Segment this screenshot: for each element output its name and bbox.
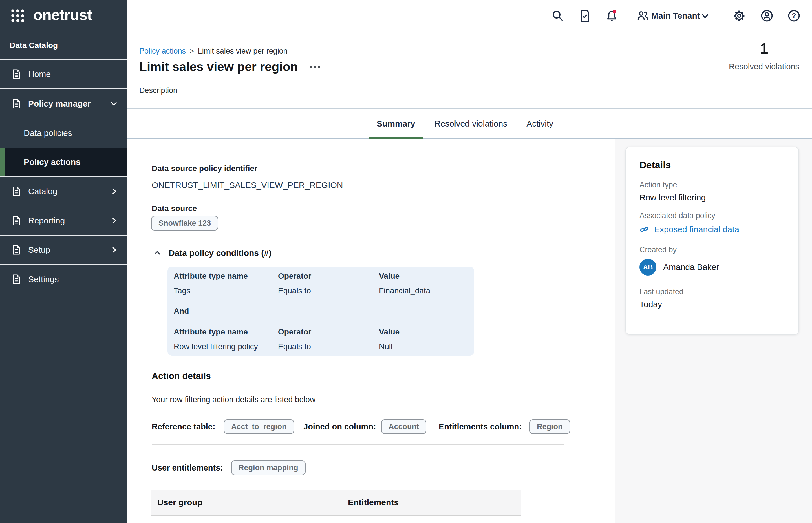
brand-wordmark: onetrust	[33, 7, 92, 24]
document-icon	[11, 245, 21, 255]
conditions-heading: Data policy conditions (#)	[169, 248, 271, 258]
summary-content: Data source policy identifier ONETRUST_L…	[127, 139, 615, 523]
entitlements-column-label: Entitlements column:	[439, 419, 522, 434]
document-icon	[11, 69, 21, 79]
sidebar-item-label: Data policies	[24, 128, 72, 138]
tab-resolved-violations[interactable]: Resolved violations	[427, 109, 514, 139]
breadcrumb-link-policy-actions[interactable]: Policy actions	[139, 47, 186, 55]
app-grid-icon	[11, 9, 25, 23]
condition-value: Financial_data	[379, 286, 474, 296]
chevron-up-icon	[152, 248, 162, 258]
app-window: onetrust Data Catalog Home Policy manage…	[0, 0, 812, 523]
user-entitlements-label: User entitlements:	[152, 461, 223, 475]
entitlements-column-chip: Region	[529, 419, 570, 434]
document-icon	[11, 186, 21, 197]
sidebar-item-settings[interactable]: Settings	[0, 265, 127, 294]
condition-row: Attribute type nameRow level filtering p…	[167, 322, 474, 356]
sidebar: onetrust Data Catalog Home Policy manage…	[0, 0, 127, 523]
document-check-icon[interactable]	[578, 9, 592, 22]
sidebar-item-label: Catalog	[28, 186, 57, 196]
condition-attribute: Tags	[174, 286, 278, 296]
action-details-subtext: Your row filtering action details are li…	[152, 395, 316, 404]
document-icon	[11, 215, 21, 226]
divider	[152, 444, 564, 445]
document-icon	[11, 98, 21, 109]
condition-col-header: Attribute type name	[174, 327, 278, 337]
avatar: AB	[639, 259, 656, 275]
last-updated-value: Today	[639, 300, 785, 309]
condition-col-header: Value	[379, 271, 474, 281]
sidebar-item-label: Reporting	[28, 216, 65, 226]
data-source-chip: Snowflake 123	[151, 216, 218, 231]
condition-operator: Equals to	[278, 342, 379, 352]
condition-row: Attribute type nameTags OperatorEquals t…	[167, 267, 474, 300]
sidebar-item-label: Setup	[28, 245, 50, 255]
product-name: Data Catalog	[0, 32, 127, 60]
user-entitlements-chip: Region mapping	[231, 461, 306, 475]
details-heading: Details	[639, 160, 785, 170]
chevron-down-icon[interactable]	[701, 12, 709, 20]
notification-badge	[613, 10, 616, 13]
sidebar-item-setup[interactable]: Setup	[0, 236, 127, 265]
reference-table-chip: Acct_to_region	[224, 419, 294, 434]
condition-col-header: Attribute type name	[174, 271, 278, 281]
condition-col-header: Operator	[278, 327, 379, 337]
tenant-selector[interactable]: Main Tenant	[651, 0, 700, 32]
associated-policy-link-text: Exposed financial data	[654, 224, 739, 234]
sidebar-item-label: Home	[28, 69, 51, 79]
breadcrumb-separator: >	[190, 47, 194, 55]
tab-activity[interactable]: Activity	[519, 109, 561, 139]
created-by-label: Created by	[639, 246, 785, 254]
tenant-users-icon[interactable]	[636, 9, 650, 22]
condition-value: Null	[379, 342, 474, 352]
page-title: Limit sales view per region	[139, 60, 298, 74]
topbar: Main Tenant ?	[127, 0, 812, 32]
created-by-name: Amanda Baker	[663, 262, 719, 272]
search-icon[interactable]	[551, 9, 564, 22]
metric-label: Resolved violations	[708, 62, 812, 71]
account-icon[interactable]	[760, 9, 774, 22]
sidebar-item-label: Policy actions	[24, 157, 81, 167]
sidebar-item-reporting[interactable]: Reporting	[0, 206, 127, 236]
conditions-collapse-toggle[interactable]: Data policy conditions (#)	[152, 248, 271, 258]
associated-policy-link[interactable]: Exposed financial data	[639, 224, 785, 234]
condition-col-header: Value	[379, 327, 474, 337]
tab-summary[interactable]: Summary	[369, 109, 423, 139]
breadcrumb-current: Limit sales view per region	[198, 47, 287, 55]
sidebar-item-catalog[interactable]: Catalog	[0, 177, 127, 206]
chevron-right-icon	[110, 217, 118, 224]
settings-gear-icon[interactable]	[732, 9, 746, 22]
identifier-label: Data source policy identifier	[152, 164, 258, 173]
action-details-heading: Action details	[152, 371, 211, 381]
last-updated-label: Last updated	[639, 287, 785, 296]
condition-attribute: Row level filtering policy	[174, 342, 278, 352]
reference-table-label: Reference table:	[152, 419, 215, 434]
joined-on-column-chip: Account	[381, 419, 426, 434]
svg-text:?: ?	[792, 12, 796, 19]
column-header-entitlements: Entitlements	[348, 498, 521, 507]
more-actions-button[interactable]	[309, 62, 321, 71]
sidebar-item-policy-actions[interactable]: Policy actions	[0, 148, 127, 177]
help-icon[interactable]: ?	[787, 9, 801, 22]
condition-joiner: And	[167, 300, 474, 322]
tab-bar: Summary Resolved violations Activity	[127, 109, 812, 139]
chevron-down-icon	[110, 100, 118, 108]
action-type-label: Action type	[639, 181, 785, 190]
link-icon	[639, 224, 649, 234]
breadcrumb: Policy actions>Limit sales view per regi…	[139, 47, 287, 55]
user-group-table: User group Entitlements	[151, 490, 521, 516]
logo[interactable]: onetrust	[0, 0, 127, 32]
identifier-value: ONETRUST_LIMIT_SALES_VIEW_PER_REGION	[152, 180, 343, 190]
sidebar-item-data-policies[interactable]: Data policies	[0, 118, 127, 148]
sidebar-item-policy-manager[interactable]: Policy manager	[0, 89, 127, 118]
chevron-right-icon	[110, 187, 118, 195]
description-label: Description	[139, 86, 177, 95]
notifications-bell-icon[interactable]	[605, 9, 619, 22]
chevron-right-icon	[110, 246, 118, 254]
action-type-value: Row level filtering	[639, 193, 785, 202]
sidebar-item-home[interactable]: Home	[0, 60, 127, 89]
right-rail: Details Action type Row level filtering …	[615, 139, 812, 523]
column-header-user-group: User group	[157, 498, 348, 507]
created-by-row: AB Amanda Baker	[639, 259, 785, 275]
table-header-row: User group Entitlements	[151, 490, 521, 516]
